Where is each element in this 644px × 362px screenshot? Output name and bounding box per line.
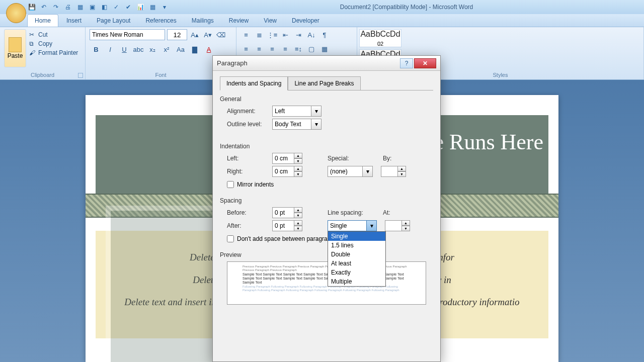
ls-option-single[interactable]: Single xyxy=(328,232,385,241)
line-spacing-icon[interactable]: ≡↕ xyxy=(293,43,304,54)
indent-left-input[interactable] xyxy=(272,153,294,164)
tab-page-layout[interactable]: Page Layout xyxy=(90,15,137,27)
at-input[interactable] xyxy=(385,220,402,231)
chart-icon[interactable]: 📊 xyxy=(136,3,145,12)
tab-insert[interactable]: Insert xyxy=(59,15,89,27)
tab-indents-spacing[interactable]: Indents and Spacing xyxy=(220,76,288,90)
mirror-indents-checkbox[interactable] xyxy=(227,181,234,188)
shading-icon[interactable]: ▢ xyxy=(306,43,317,54)
spellcheck-icon[interactable]: ✓ xyxy=(112,3,121,12)
ls-option-atleast[interactable]: At least xyxy=(328,259,385,268)
chevron-down-icon[interactable]: ▾ xyxy=(363,166,373,177)
font-size-combo[interactable] xyxy=(167,29,187,40)
tab-review[interactable]: Review xyxy=(222,15,256,27)
spin-up-icon[interactable]: ▲ xyxy=(294,166,302,171)
by-input[interactable] xyxy=(381,166,398,177)
clear-format-icon[interactable]: ⌫ xyxy=(215,29,226,40)
ls-option-exactly[interactable]: Exactly xyxy=(328,268,385,277)
format-painter-button[interactable]: 🖌Format Painter xyxy=(29,49,78,56)
tab-developer[interactable]: Developer xyxy=(285,15,327,27)
apps-icon[interactable]: ▦ xyxy=(148,3,157,12)
italic-icon[interactable]: I xyxy=(104,43,117,55)
spin-up-icon[interactable]: ▲ xyxy=(398,166,406,171)
before-label: Before: xyxy=(227,209,267,216)
underline-icon[interactable]: U xyxy=(118,43,131,55)
after-label: After: xyxy=(227,222,267,229)
clipboard-dialog-launcher[interactable] xyxy=(78,73,83,78)
bullets-icon[interactable]: ≡ xyxy=(240,29,252,40)
tab-mailings[interactable]: Mailings xyxy=(185,15,221,27)
dialog-titlebar[interactable]: Paragraph ? ✕ xyxy=(213,56,440,71)
ls-option-double[interactable]: Double xyxy=(328,250,385,259)
bold-icon[interactable]: B xyxy=(90,43,103,55)
spin-up-icon[interactable]: ▲ xyxy=(294,220,302,226)
spin-down-icon[interactable]: ▼ xyxy=(294,158,302,164)
grow-font-icon[interactable]: A▴ xyxy=(189,29,200,40)
dialog-close-button[interactable]: ✕ xyxy=(414,58,436,68)
quick-access-toolbar: 💾 ↶ ↷ 🖨 ▦ ▣ ◧ ✓ ✔ 📊 ▦ ▾ xyxy=(27,3,169,12)
spin-down-icon[interactable]: ▼ xyxy=(294,226,302,231)
redo-icon[interactable]: ↷ xyxy=(51,3,60,12)
before-input[interactable] xyxy=(272,207,294,218)
spin-down-icon[interactable]: ▼ xyxy=(294,171,302,177)
dialog-help-button[interactable]: ? xyxy=(400,58,413,68)
spin-up-icon[interactable]: ▲ xyxy=(294,153,302,158)
font-color-icon[interactable]: A xyxy=(202,43,215,55)
spin-down-icon[interactable]: ▼ xyxy=(398,171,406,177)
copy-button[interactable]: ⧉Copy xyxy=(29,40,78,47)
strike-icon[interactable]: abc xyxy=(132,43,145,55)
qat-icon[interactable]: ◧ xyxy=(100,3,109,12)
print-icon[interactable]: 🖨 xyxy=(63,3,72,12)
chevron-down-icon[interactable]: ▾ xyxy=(367,220,377,231)
spin-up-icon[interactable]: ▲ xyxy=(294,207,302,213)
save-icon[interactable]: 💾 xyxy=(27,3,36,12)
qat-icon[interactable]: ✔ xyxy=(124,3,133,12)
tab-references[interactable]: References xyxy=(138,15,183,27)
indent-right-input[interactable] xyxy=(272,166,294,177)
indentation-header: Indentation xyxy=(220,143,433,150)
tab-line-page-breaks[interactable]: Line and Page Breaks xyxy=(288,76,360,90)
ls-option-multiple[interactable]: Multiple xyxy=(328,277,385,286)
align-left-icon[interactable]: ≡ xyxy=(240,43,252,54)
qat-more-icon[interactable]: ▾ xyxy=(160,3,169,12)
align-right-icon[interactable]: ≡ xyxy=(267,43,278,54)
numbering-icon[interactable]: ≣ xyxy=(254,29,265,40)
qat-icon[interactable]: ▣ xyxy=(88,3,97,12)
cut-button[interactable]: ✂Cut xyxy=(29,31,78,38)
after-input[interactable] xyxy=(272,220,294,231)
line-spacing-combo[interactable] xyxy=(328,220,367,231)
chevron-down-icon[interactable]: ▾ xyxy=(311,106,321,117)
spin-down-icon[interactable]: ▼ xyxy=(402,226,410,231)
style-item[interactable]: AaBbCcDd02 xyxy=(359,29,401,47)
borders-icon[interactable]: ▦ xyxy=(319,43,330,54)
change-case-icon[interactable]: Aa xyxy=(174,43,187,55)
sort-icon[interactable]: A↓ xyxy=(306,29,317,40)
preview-header: Preview xyxy=(220,251,433,258)
multilevel-icon[interactable]: ⋮≡ xyxy=(267,29,278,40)
shrink-font-icon[interactable]: A▾ xyxy=(202,29,213,40)
outline-combo[interactable] xyxy=(272,119,311,130)
spin-up-icon[interactable]: ▲ xyxy=(402,220,410,226)
superscript-icon[interactable]: x² xyxy=(160,43,173,55)
subscript-icon[interactable]: x₂ xyxy=(146,43,159,55)
alignment-combo[interactable] xyxy=(272,106,311,117)
dialog-tabs: Indents and Spacing Line and Page Breaks xyxy=(220,76,433,90)
justify-icon[interactable]: ≡ xyxy=(280,43,291,54)
spin-down-icon[interactable]: ▼ xyxy=(294,213,302,218)
special-combo[interactable] xyxy=(328,166,363,177)
paste-button[interactable]: Paste xyxy=(4,29,26,67)
align-center-icon[interactable]: ≡ xyxy=(254,43,265,54)
preview-icon[interactable]: ▦ xyxy=(75,3,85,12)
highlight-icon[interactable]: ▇ xyxy=(188,43,201,55)
chevron-down-icon[interactable]: ▾ xyxy=(311,119,321,130)
ls-option-15[interactable]: 1.5 lines xyxy=(328,241,385,250)
show-marks-icon[interactable]: ¶ xyxy=(319,29,330,40)
dont-add-space-checkbox[interactable] xyxy=(227,235,234,242)
undo-icon[interactable]: ↶ xyxy=(39,3,48,12)
tab-view[interactable]: View xyxy=(257,15,284,27)
increase-indent-icon[interactable]: ⇥ xyxy=(293,29,304,40)
tab-home[interactable]: Home xyxy=(27,14,58,27)
office-button[interactable] xyxy=(6,3,26,23)
decrease-indent-icon[interactable]: ⇤ xyxy=(280,29,291,40)
font-name-combo[interactable] xyxy=(90,29,165,40)
